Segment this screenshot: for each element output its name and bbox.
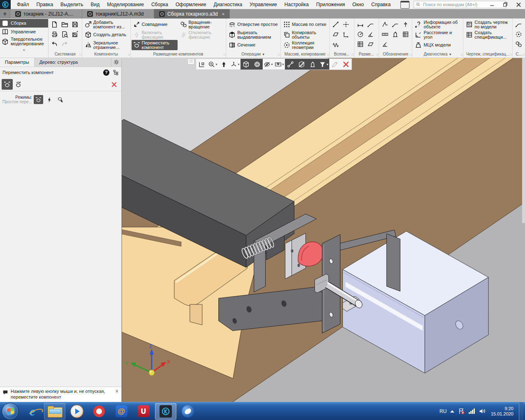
- mode-simple-move-button[interactable]: [34, 95, 43, 104]
- save-button[interactable]: [70, 19, 80, 29]
- print-button[interactable]: [49, 29, 60, 39]
- grid-array-button[interactable]: Массив по сетке: [282, 19, 328, 30]
- notation-rough-button[interactable]: [380, 19, 390, 29]
- group-handle-icon[interactable]: ∷: [224, 53, 225, 57]
- preview-button[interactable]: [60, 29, 70, 39]
- opera-icon[interactable]: [88, 403, 110, 420]
- new-document-tab-button[interactable]: +: [0, 9, 10, 19]
- kompas-logo-icon[interactable]: [0, 0, 11, 9]
- 3d-viewport[interactable]: Z X Y ∷∷∷∷ ▾ ▾ ▾ ▾ ▾: [122, 58, 525, 402]
- tab-close-icon[interactable]: ×: [222, 12, 224, 16]
- dim-leader-button[interactable]: [365, 19, 376, 29]
- menu-file[interactable]: Файл: [13, 0, 33, 9]
- menu-edit[interactable]: Правка: [33, 0, 57, 9]
- ribbon-collapse-chevron[interactable]: »: [0, 47, 48, 52]
- menu-settings[interactable]: Настройка: [281, 0, 312, 9]
- volume-icon[interactable]: [479, 408, 486, 415]
- redo-button[interactable]: [60, 39, 70, 49]
- media-player-icon[interactable]: [66, 403, 88, 420]
- s-refresh-button[interactable]: [513, 39, 524, 49]
- tab-tree-structure[interactable]: Дерево: структура: [35, 58, 111, 67]
- nav-management[interactable]: Управление: [0, 28, 48, 36]
- group-handle-icon[interactable]: ∷: [80, 53, 81, 57]
- close-button[interactable]: [512, 0, 525, 9]
- document-tab-2[interactable]: токарник\LJ12-A.m3d: [82, 9, 154, 19]
- create-spec-button[interactable]: Создать спецификаци...: [464, 30, 511, 40]
- coincide-button[interactable]: Совпадение: [132, 19, 178, 30]
- network-signal-icon[interactable]: [469, 408, 475, 414]
- render-settings-button[interactable]: [307, 59, 318, 70]
- menu-layout[interactable]: Оформление: [172, 0, 210, 9]
- notation-table-button[interactable]: [400, 29, 411, 39]
- rotate-mode-button[interactable]: [13, 79, 24, 90]
- group-handle-icon[interactable]: ∷: [278, 53, 280, 57]
- mode-by-object-button[interactable]: [56, 95, 65, 104]
- open-button[interactable]: [60, 19, 70, 29]
- cut-extrude-button[interactable]: Вырезать выдавливанием: [227, 30, 280, 40]
- shaded-display-button[interactable]: [241, 59, 252, 70]
- tree-view-icon[interactable]: [113, 70, 119, 76]
- show-objects-button[interactable]: ▾: [274, 59, 285, 70]
- panel-settings-gear-icon[interactable]: [111, 58, 121, 67]
- s-add-button[interactable]: [513, 19, 524, 29]
- menu-select[interactable]: Выделить: [57, 0, 87, 9]
- minimize-button[interactable]: [486, 0, 499, 9]
- start-button[interactable]: [2, 403, 19, 420]
- dim-linear-button[interactable]: [355, 19, 365, 29]
- nav-solid-modeling[interactable]: Твердотельное моделирование: [0, 36, 48, 47]
- group-handle-icon[interactable]: ∷: [128, 53, 130, 57]
- hide-objects-button[interactable]: ▾: [263, 59, 274, 70]
- document-tab-active[interactable]: Сборка токарного.a3d ×: [154, 9, 230, 19]
- internet-explorer-icon[interactable]: e: [22, 403, 43, 420]
- aux-helix-button[interactable]: [331, 39, 341, 49]
- help-icon[interactable]: ?: [103, 70, 109, 76]
- undo-button[interactable]: [49, 39, 60, 49]
- s-letters-button[interactable]: [513, 29, 524, 39]
- file-explorer-icon[interactable]: [44, 403, 65, 420]
- eyedropper-button[interactable]: [329, 59, 340, 70]
- nav-assembly[interactable]: Сборка: [0, 19, 48, 28]
- simple-hole-button[interactable]: Отверстие простое: [227, 19, 280, 30]
- copy-objects-button[interactable]: Копировать объекты: [282, 30, 328, 40]
- group-handle-icon[interactable]: ∷: [410, 53, 412, 57]
- tab-parameters[interactable]: Параметры: [0, 58, 35, 67]
- new-document-button[interactable]: [49, 19, 60, 29]
- distance-angle-button[interactable]: Расстояние и угол: [413, 30, 462, 40]
- group-handle-icon[interactable]: ∷: [352, 53, 354, 57]
- object-info-button[interactable]: Информация об объекте: [413, 19, 462, 30]
- save-as-button[interactable]: [70, 29, 80, 39]
- menu-help[interactable]: Справка: [368, 0, 394, 9]
- mass-properties-button[interactable]: МЦХ модели: [413, 40, 462, 50]
- show-desktop-button[interactable]: [519, 402, 523, 420]
- create-drawing-button[interactable]: Создать чертеж по модели: [464, 19, 511, 30]
- add-component-button[interactable]: Добавить компонент из...: [83, 19, 130, 30]
- move-component-button[interactable]: Переместить компонент: [132, 40, 178, 50]
- aux-lcs-button[interactable]: [341, 29, 351, 39]
- close-overlay-button[interactable]: [340, 59, 352, 70]
- notation-mark-button[interactable]: [390, 29, 400, 39]
- menu-modeling[interactable]: Моделирование: [103, 0, 148, 9]
- clock[interactable]: 9:20 15.01.2020: [491, 406, 513, 417]
- restore-button[interactable]: [499, 0, 512, 9]
- menu-assembly[interactable]: Сборка: [148, 0, 172, 9]
- zoom-button[interactable]: ▾: [207, 59, 218, 70]
- group-handle-icon[interactable]: ∷: [510, 53, 512, 57]
- group-handle-icon[interactable]: ∷: [461, 53, 463, 57]
- 3d-scene[interactable]: Z X Y: [122, 58, 525, 402]
- aux-point-button[interactable]: [341, 19, 351, 29]
- notation-cone-button[interactable]: [380, 39, 390, 49]
- rotation-rotation-button[interactable]: Вращение-вращение: [178, 19, 224, 30]
- filter-button[interactable]: ▾: [318, 59, 329, 70]
- workspace-layout-icon[interactable]: [400, 1, 409, 9]
- cancel-command-button[interactable]: [109, 79, 120, 90]
- enable-fix-button[interactable]: Включить фиксацию: [132, 30, 178, 40]
- clip-view-button[interactable]: [296, 59, 307, 70]
- document-tab-1[interactable]: токарник - 2\LJ12-A....: [10, 9, 82, 19]
- wireframe-display-button[interactable]: [252, 59, 263, 70]
- menu-view[interactable]: Вид: [87, 0, 103, 9]
- sketch-mode-button[interactable]: [196, 59, 207, 70]
- notation-tolerance-button[interactable]: [380, 29, 390, 39]
- tray-expand-icon[interactable]: [450, 410, 454, 413]
- orientation-button[interactable]: [218, 59, 229, 70]
- move-mode-button[interactable]: [2, 79, 13, 90]
